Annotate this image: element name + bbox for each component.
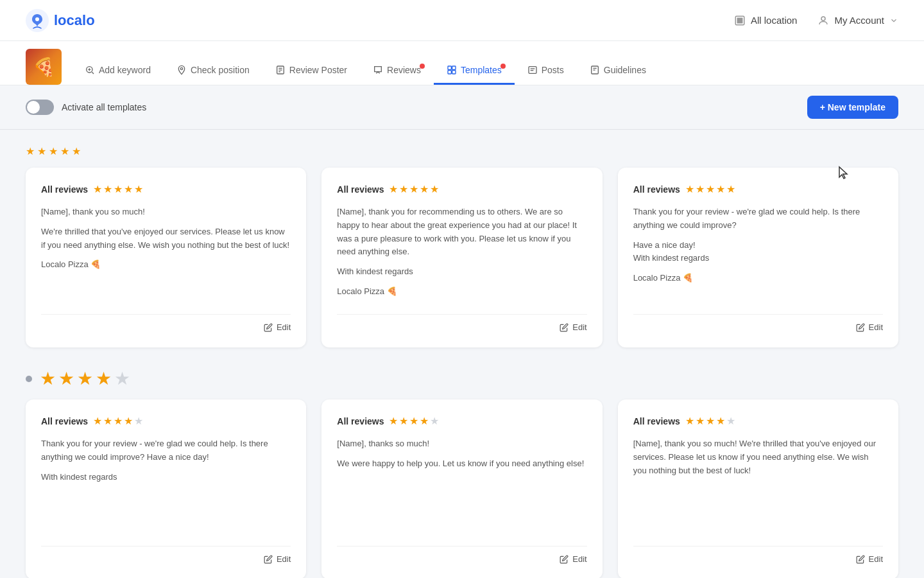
dot-indicator: [26, 376, 32, 382]
svg-rect-16: [448, 71, 451, 74]
star-5-empty: ★: [114, 368, 130, 389]
card-body: Thank you for your review - we're glad w…: [41, 437, 291, 538]
card-text-3: Localo Pizza 🍕: [41, 258, 291, 272]
tab-reviews[interactable]: Reviews: [360, 57, 434, 85]
template-card: All reviews ★ ★ ★ ★ ★ [Name], thank you …: [26, 168, 306, 347]
card-title: All reviews: [41, 184, 88, 195]
svg-rect-15: [452, 66, 456, 69]
location-selector[interactable]: All location: [734, 15, 798, 26]
reviews-badge: [420, 64, 425, 69]
four-star-indicator: ★ ★ ★ ★ ★: [26, 368, 898, 389]
review-poster-icon: [275, 65, 286, 75]
toolbar: Activate all templates + New template: [0, 85, 924, 130]
svg-point-1: [35, 17, 39, 21]
five-star-indicator: ★ ★ ★ ★ ★: [26, 145, 898, 157]
card-title: All reviews: [41, 416, 88, 426]
five-star-cards-grid: All reviews ★ ★ ★ ★ ★ [Name], thank you …: [26, 168, 898, 347]
star-4: ★: [96, 368, 112, 389]
edit-button[interactable]: Edit: [264, 554, 291, 564]
template-card: All reviews ★ ★ ★ ★ ★ [Name], thanks so …: [321, 399, 602, 578]
logo-text: localo: [54, 12, 95, 29]
card-text-1: [Name], thanks so much!: [337, 437, 586, 451]
logo-icon: [26, 9, 49, 32]
edit-button[interactable]: Edit: [560, 554, 586, 564]
card-header: All reviews ★ ★ ★ ★ ★: [633, 183, 883, 195]
tab-check-position[interactable]: Check position: [164, 57, 262, 85]
card-footer: Edit: [633, 314, 883, 332]
account-menu[interactable]: My Account: [817, 15, 898, 26]
card-footer: Edit: [41, 314, 291, 332]
star-1: ★: [26, 145, 35, 157]
header-right: All location My Account: [734, 15, 898, 26]
star-1: ★: [40, 368, 56, 389]
toggle-label: Activate all templates: [62, 102, 146, 112]
sub-header: 🍕 Add keyword Check position Review Pos: [0, 41, 924, 85]
card-text-2: We were happy to help you. Let us know i…: [337, 457, 586, 471]
reviews-icon: [373, 65, 383, 75]
card-text-2: Have a nice day!With kindest regards: [633, 239, 883, 266]
tab-templates[interactable]: Templates: [434, 57, 515, 85]
guidelines-icon: [590, 65, 600, 75]
tab-posts[interactable]: Posts: [515, 57, 577, 85]
star-3: ★: [77, 368, 93, 389]
svg-rect-5: [740, 18, 742, 20]
activate-templates-toggle[interactable]: [26, 100, 54, 115]
card-text-2: With kindest regards: [41, 471, 291, 484]
card-footer: Edit: [633, 546, 883, 564]
card-stars: ★ ★ ★ ★ ★: [93, 183, 143, 195]
tab-add-keyword[interactable]: Add keyword: [72, 57, 164, 85]
edit-button[interactable]: Edit: [856, 322, 883, 332]
card-title: All reviews: [337, 416, 384, 426]
svg-rect-14: [448, 66, 451, 69]
edit-label: Edit: [572, 554, 586, 564]
svg-rect-3: [737, 18, 739, 20]
card-text-1: [Name], thank you so much!: [41, 206, 291, 219]
business-image: 🍕: [26, 49, 62, 85]
card-stars: ★ ★ ★ ★ ★: [389, 183, 439, 195]
card-text-1: Thank you for your review - we're glad w…: [633, 206, 883, 232]
edit-button[interactable]: Edit: [264, 322, 291, 332]
template-card: All reviews ★ ★ ★ ★ ★ Thank you for your…: [618, 168, 898, 347]
svg-point-9: [180, 67, 182, 69]
tab-reviews-label: Reviews: [387, 65, 421, 75]
new-template-button[interactable]: + New template: [807, 96, 898, 119]
template-card: All reviews ★ ★ ★ ★ ★ Thank you for your…: [26, 399, 306, 578]
card-text-3: Localo Pizza 🍕: [337, 285, 586, 299]
tab-guidelines-label: Guidelines: [604, 65, 646, 75]
template-card: All reviews ★ ★ ★ ★ ★ [Name], thank you …: [321, 168, 602, 347]
star-5: ★: [72, 145, 81, 157]
star-4: ★: [60, 145, 69, 157]
card-body: [Name], thank you for recommending us to…: [337, 206, 586, 306]
tab-templates-label: Templates: [461, 65, 502, 75]
add-keyword-icon: [85, 65, 95, 75]
edit-button[interactable]: Edit: [856, 554, 883, 564]
pencil-icon: [856, 555, 865, 564]
pencil-icon: [264, 555, 273, 564]
tab-review-poster-label: Review Poster: [289, 65, 347, 75]
pencil-icon: [856, 323, 865, 332]
card-body: [Name], thanks so much! We were happy to…: [337, 437, 586, 538]
tab-review-poster[interactable]: Review Poster: [262, 57, 360, 85]
account-icon: [817, 15, 829, 26]
pencil-icon: [560, 323, 569, 332]
card-text-1: Thank you for your review - we're glad w…: [41, 437, 291, 464]
main-content: ★ ★ ★ ★ ★ All reviews ★ ★ ★ ★ ★ [Name], …: [0, 130, 924, 578]
card-body: [Name], thank you so much! We're thrille…: [41, 206, 291, 306]
edit-button[interactable]: Edit: [560, 322, 586, 332]
card-text-1: [Name], thank you for recommending us to…: [337, 206, 586, 259]
card-header: All reviews ★ ★ ★ ★ ★: [41, 415, 291, 427]
chevron-down-icon: [889, 16, 898, 25]
location-label: All location: [751, 15, 798, 26]
pencil-icon: [560, 555, 569, 564]
templates-badge: [501, 64, 506, 69]
toggle-container: Activate all templates: [26, 100, 146, 115]
logo[interactable]: localo: [26, 9, 95, 32]
tab-guidelines[interactable]: Guidelines: [577, 57, 659, 85]
header: localo All location My Account: [0, 0, 924, 41]
card-body: [Name], thank you so much! We're thrille…: [633, 437, 883, 538]
card-stars: ★ ★ ★ ★ ★: [389, 415, 439, 427]
edit-label: Edit: [869, 554, 883, 564]
card-stars: ★ ★ ★ ★ ★: [93, 415, 143, 427]
card-text-2: With kindest regards: [337, 265, 586, 279]
card-header: All reviews ★ ★ ★ ★ ★: [337, 415, 586, 427]
